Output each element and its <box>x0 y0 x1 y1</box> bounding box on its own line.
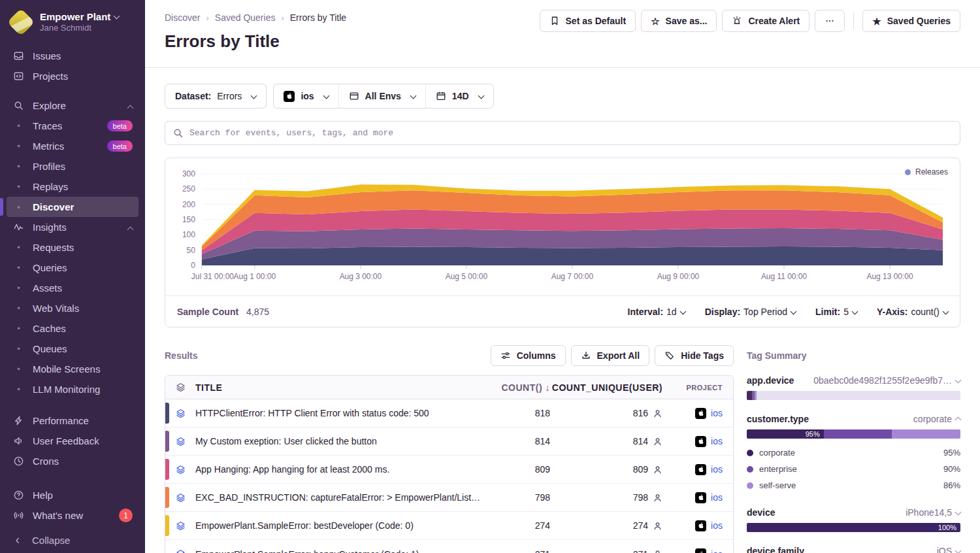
stack-icon[interactable] <box>165 409 195 418</box>
interval-selector[interactable]: Interval:1d <box>628 307 685 317</box>
chart-legend[interactable]: Releases <box>905 167 948 176</box>
table-header: TITLECOUNT() ↓COUNT_UNIQUE(USER)PROJECT <box>165 376 733 399</box>
tag-distribution-bar[interactable] <box>747 391 960 400</box>
export-all-button[interactable]: Export All <box>571 345 650 366</box>
sidebar-nav: Issues Projects Explore • Traces beta • … <box>0 41 145 526</box>
tag-distribution-bar[interactable]: 100% <box>747 523 960 532</box>
hide-tags-button[interactable]: Hide Tags <box>655 345 734 366</box>
svg-text:Aug 13 00:00: Aug 13 00:00 <box>867 272 913 281</box>
sidebar-item-user-feedback[interactable]: User Feedback <box>7 431 139 451</box>
project-filter[interactable]: ios <box>274 84 338 108</box>
sidebar-item-label: Traces <box>33 120 62 131</box>
tag-legend-row[interactable]: enterprise 90% <box>747 461 960 477</box>
row-title[interactable]: My Custom exeption: User clicked the but… <box>195 436 482 446</box>
search-input[interactable] <box>165 121 960 145</box>
tag-bar-segment <box>824 429 892 439</box>
display-selector[interactable]: Display:Top Period <box>705 307 796 317</box>
stack-icon[interactable] <box>165 521 195 531</box>
sidebar-item-issues[interactable]: Issues <box>7 46 139 66</box>
collapse-label: Collapse <box>32 535 70 546</box>
column-header-count-unique[interactable]: COUNT_UNIQUE(USER) <box>550 382 662 393</box>
stack-icon[interactable] <box>165 465 195 475</box>
results-title: Results <box>165 350 198 361</box>
tag-header[interactable]: device.family iOS <box>747 546 960 553</box>
breadcrumb-saved-queries[interactable]: Saved Queries <box>215 12 276 23</box>
breadcrumb-errors-by-title[interactable]: Errors by Title <box>290 12 346 23</box>
project-link[interactable]: ios <box>711 408 723 418</box>
legend-percent: 90% <box>943 464 960 474</box>
sidebar-item-crons[interactable]: Crons <box>7 451 139 471</box>
dataset-selector[interactable]: Dataset: Errors <box>165 84 266 108</box>
row-title[interactable]: HTTPClientError: HTTP Client Error with … <box>195 408 482 418</box>
sidebar-item-traces[interactable]: • Traces beta <box>7 116 139 136</box>
stack-icon[interactable] <box>165 493 195 503</box>
stack-icon[interactable] <box>165 437 195 446</box>
org-switcher[interactable]: Empower Plant Jane Schmidt <box>0 0 145 41</box>
tag-header[interactable]: device iPhone14,5 <box>747 507 960 518</box>
svg-text:Jul 31 00:00: Jul 31 00:00 <box>191 272 234 281</box>
column-header-title[interactable]: TITLE <box>195 382 482 393</box>
breadcrumb-discover[interactable]: Discover <box>165 12 200 23</box>
svg-text:Aug 1 00:00: Aug 1 00:00 <box>234 272 276 281</box>
sidebar-group-insights[interactable]: Insights <box>7 217 139 237</box>
create-alert-button[interactable]: Create Alert <box>722 10 809 32</box>
row-title[interactable]: EmpowerPlant.SampleError: bestDeveloper … <box>195 520 482 531</box>
sidebar-item-profiles[interactable]: • Profiles <box>7 156 139 176</box>
cast-icon <box>12 510 25 521</box>
row-title[interactable]: EXC_BAD_INSTRUCTION: captureFatalError: … <box>195 492 482 503</box>
y-axis-selector[interactable]: Y-Axis:count() <box>877 307 948 317</box>
row-title[interactable]: App Hanging: App hanging for at least 20… <box>195 464 482 475</box>
sidebar-group-explore[interactable]: Explore <box>7 95 139 116</box>
sidebar-item-help[interactable]: Help <box>7 485 139 505</box>
sidebar-item-assets[interactable]: • Assets <box>7 278 139 298</box>
column-header-project[interactable]: PROJECT <box>662 384 733 392</box>
more-options-button[interactable] <box>815 10 845 32</box>
tag-header[interactable]: customer.type corporate <box>747 414 960 424</box>
tag-distribution-bar[interactable]: 95% <box>747 429 960 439</box>
tag-header[interactable]: app.device 0baebc0de4982f1255f2e9e9fb7… <box>747 375 960 386</box>
person-icon <box>653 549 662 553</box>
stacked-area-chart[interactable]: 050100150200250300Jul 31 00:00Aug 1 00:0… <box>167 162 958 293</box>
releases-legend-dot <box>905 169 911 175</box>
date-filter[interactable]: 14D <box>425 84 493 108</box>
columns-button[interactable]: Columns <box>491 345 566 366</box>
tag-legend-row[interactable]: corporate 95% <box>747 444 960 461</box>
sidebar-item-metrics[interactable]: • Metrics beta <box>7 136 139 156</box>
sidebar-item-label: Replays <box>33 181 68 192</box>
stack-icon[interactable] <box>165 549 195 553</box>
tag-legend-row[interactable]: self-serve 86% <box>747 477 960 494</box>
button-label: Saved Queries <box>887 16 951 26</box>
limit-selector[interactable]: Limit:5 <box>815 307 857 317</box>
bullet-icon: • <box>12 384 25 394</box>
sidebar-item-projects[interactable]: Projects <box>7 66 139 86</box>
project-link[interactable]: ios <box>711 520 723 531</box>
sidebar-item-queries[interactable]: • Queries <box>7 258 139 278</box>
environment-filter[interactable]: All Envs <box>338 84 425 108</box>
sidebar-item-what-s-new[interactable]: What's new 1 <box>7 505 139 526</box>
project-link[interactable]: ios <box>711 436 723 446</box>
legend-label: enterprise <box>759 464 797 474</box>
project-link[interactable]: ios <box>711 492 723 503</box>
column-header-count[interactable]: COUNT() ↓ <box>482 382 550 393</box>
project-link[interactable]: ios <box>711 464 723 475</box>
sidebar-item-llm-monitoring[interactable]: • LLM Monitoring <box>7 379 139 399</box>
sidebar-item-queues[interactable]: • Queues <box>7 339 139 359</box>
set-as-default-button[interactable]: Set as Default <box>540 10 636 32</box>
saved-queries-button[interactable]: ★Saved Queries <box>862 10 960 32</box>
filter-bar: Dataset: Errors ios All Envs <box>165 84 960 109</box>
sidebar-item-performance[interactable]: Performance <box>7 411 139 431</box>
sidebar-item-requests[interactable]: • Requests <box>7 237 139 258</box>
project-link[interactable]: ios <box>711 549 723 553</box>
sidebar-item-mobile-screens[interactable]: • Mobile Screens <box>7 359 139 379</box>
legend-dot-icon <box>747 450 753 456</box>
sidebar-item-replays[interactable]: • Replays <box>7 176 139 197</box>
sidebar-item-label: What's new <box>33 510 83 521</box>
legend-label: self-serve <box>759 480 796 490</box>
save-as-button[interactable]: ☆Save as... <box>641 10 717 32</box>
row-project: ios <box>662 492 733 503</box>
sidebar-item-discover[interactable]: • Discover <box>7 197 139 217</box>
sidebar-item-caches[interactable]: • Caches <box>7 318 139 339</box>
sidebar-item-web-vitals[interactable]: • Web Vitals <box>7 298 139 318</box>
row-title[interactable]: EmpowerPlant.SampleError: happyCustomer … <box>195 549 482 553</box>
sidebar-collapse-button[interactable]: Collapse <box>0 526 145 553</box>
